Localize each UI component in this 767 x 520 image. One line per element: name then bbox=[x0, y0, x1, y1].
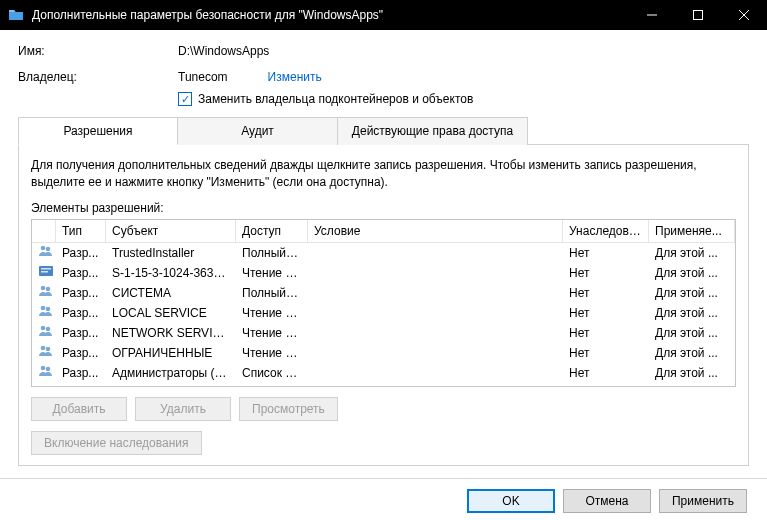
owner-label: Владелец: bbox=[18, 70, 178, 84]
list-label: Элементы разрешений: bbox=[31, 201, 736, 215]
col-type-header[interactable]: Тип bbox=[56, 220, 106, 242]
cell-type: Разр... bbox=[56, 342, 106, 364]
name-value: D:\WindowsApps bbox=[178, 44, 269, 58]
ok-button[interactable]: OK bbox=[467, 489, 555, 513]
replace-owner-label: Заменить владельца подконтейнеров и объе… bbox=[198, 92, 473, 106]
tab-effective-access[interactable]: Действующие права доступа bbox=[338, 117, 528, 145]
enable-inheritance-button[interactable]: Включение наследования bbox=[31, 431, 202, 455]
list-buttons: Добавить Удалить Просмотреть bbox=[31, 397, 736, 421]
cell-condition bbox=[308, 249, 563, 257]
col-inherited-header[interactable]: Унаследова... bbox=[563, 220, 649, 242]
col-icon-header[interactable] bbox=[32, 220, 56, 242]
window-controls bbox=[629, 0, 767, 30]
table-row[interactable]: Разр...NETWORK SERVICEЧтение и ...НетДля… bbox=[32, 323, 735, 343]
replace-owner-checkbox[interactable]: ✓ bbox=[178, 92, 192, 106]
svg-rect-0 bbox=[694, 11, 703, 20]
name-label: Имя: bbox=[18, 44, 178, 58]
cell-inherited: Нет bbox=[563, 243, 649, 264]
cell-access: Чтение и ... bbox=[236, 322, 308, 344]
cell-type: Разр... bbox=[56, 262, 106, 284]
svg-point-7 bbox=[46, 287, 51, 292]
principal-icon bbox=[38, 363, 54, 379]
cell-type: Разр... bbox=[56, 322, 106, 344]
table-row[interactable]: Разр...СИСТЕМАПолный д...НетДля этой ... bbox=[32, 283, 735, 303]
cell-inherited: Нет bbox=[563, 302, 649, 324]
col-access-header[interactable]: Доступ bbox=[236, 220, 308, 242]
svg-point-8 bbox=[41, 306, 46, 311]
cell-type: Разр... bbox=[56, 282, 106, 304]
footer-buttons: OK Отмена Применить bbox=[18, 489, 749, 513]
titlebar: Дополнительные параметры безопасности дл… bbox=[0, 0, 767, 30]
tabs: Разрешения Аудит Действующие права досту… bbox=[18, 116, 749, 145]
cell-subject: ОГРАНИЧЕННЫЕ bbox=[106, 342, 236, 364]
cell-access: Полный д... bbox=[236, 243, 308, 264]
cell-subject: СИСТЕМА bbox=[106, 282, 236, 304]
name-row: Имя: D:\WindowsApps bbox=[18, 44, 749, 58]
principal-icon bbox=[38, 343, 54, 359]
list-body: Разр...TrustedInstallerПолный д...НетДля… bbox=[32, 243, 735, 383]
cell-subject: NETWORK SERVICE bbox=[106, 322, 236, 344]
cell-type: Разр... bbox=[56, 362, 106, 383]
cell-condition bbox=[308, 309, 563, 317]
svg-point-12 bbox=[41, 346, 46, 351]
remove-button[interactable]: Удалить bbox=[135, 397, 231, 421]
cell-subject: TrustedInstaller bbox=[106, 243, 236, 264]
minimize-button[interactable] bbox=[629, 0, 675, 30]
svg-point-9 bbox=[46, 307, 51, 312]
cell-access: Чтение и ... bbox=[236, 342, 308, 364]
view-button[interactable]: Просмотреть bbox=[239, 397, 338, 421]
cell-applies: Для этой ... bbox=[649, 302, 735, 324]
svg-rect-4 bbox=[41, 268, 51, 270]
svg-point-1 bbox=[41, 246, 46, 251]
cell-applies: Для этой ... bbox=[649, 322, 735, 344]
cell-inherited: Нет bbox=[563, 262, 649, 284]
svg-point-15 bbox=[46, 367, 51, 372]
svg-point-2 bbox=[46, 247, 51, 252]
inherit-buttons: Включение наследования bbox=[31, 431, 736, 455]
principal-icon bbox=[38, 243, 54, 259]
col-subject-header[interactable]: Субъект bbox=[106, 220, 236, 242]
cell-condition bbox=[308, 349, 563, 357]
cancel-button[interactable]: Отмена bbox=[563, 489, 651, 513]
change-owner-link[interactable]: Изменить bbox=[268, 70, 322, 84]
cell-access: Чтение и ... bbox=[236, 262, 308, 284]
cell-type: Разр... bbox=[56, 302, 106, 324]
cell-inherited: Нет bbox=[563, 342, 649, 364]
cell-subject: LOCAL SERVICE bbox=[106, 302, 236, 324]
col-condition-header[interactable]: Условие bbox=[308, 220, 563, 242]
table-row[interactable]: Разр...TrustedInstallerПолный д...НетДля… bbox=[32, 243, 735, 263]
svg-point-11 bbox=[46, 327, 51, 332]
permissions-panel: Для получения дополнительных сведений дв… bbox=[18, 145, 749, 466]
cell-access: Чтение и ... bbox=[236, 302, 308, 324]
tab-permissions[interactable]: Разрешения bbox=[18, 117, 178, 145]
owner-row: Владелец: Tunecom Изменить bbox=[18, 70, 749, 84]
col-applies-header[interactable]: Применяе... bbox=[649, 220, 735, 242]
cell-access: Список с... bbox=[236, 362, 308, 383]
svg-point-10 bbox=[41, 326, 46, 331]
table-row[interactable]: Разр...LOCAL SERVICEЧтение и ...НетДля э… bbox=[32, 303, 735, 323]
permissions-list[interactable]: Тип Субъект Доступ Условие Унаследова...… bbox=[31, 219, 736, 387]
table-row[interactable]: Разр...ОГРАНИЧЕННЫЕЧтение и ...НетДля эт… bbox=[32, 343, 735, 363]
tab-audit[interactable]: Аудит bbox=[178, 117, 338, 145]
cell-condition bbox=[308, 329, 563, 337]
replace-owner-row: ✓ Заменить владельца подконтейнеров и об… bbox=[178, 92, 749, 106]
cell-subject: S-1-15-3-1024-363528... bbox=[106, 262, 236, 284]
cell-inherited: Нет bbox=[563, 362, 649, 383]
apply-button[interactable]: Применить bbox=[659, 489, 747, 513]
cell-inherited: Нет bbox=[563, 322, 649, 344]
cell-applies: Для этой ... bbox=[649, 342, 735, 364]
add-button[interactable]: Добавить bbox=[31, 397, 127, 421]
svg-point-13 bbox=[46, 347, 51, 352]
principal-icon bbox=[38, 303, 54, 319]
cell-applies: Для этой ... bbox=[649, 243, 735, 264]
cell-type: Разр... bbox=[56, 243, 106, 264]
svg-point-14 bbox=[41, 366, 46, 371]
cell-access: Полный д... bbox=[236, 282, 308, 304]
cell-subject: Администраторы (DE... bbox=[106, 362, 236, 383]
close-button[interactable] bbox=[721, 0, 767, 30]
table-row[interactable]: Разр...S-1-15-3-1024-363528...Чтение и .… bbox=[32, 263, 735, 283]
table-row[interactable]: Разр...Администраторы (DE...Список с...Н… bbox=[32, 363, 735, 383]
owner-value: Tunecom bbox=[178, 70, 228, 84]
cell-condition bbox=[308, 269, 563, 277]
maximize-button[interactable] bbox=[675, 0, 721, 30]
